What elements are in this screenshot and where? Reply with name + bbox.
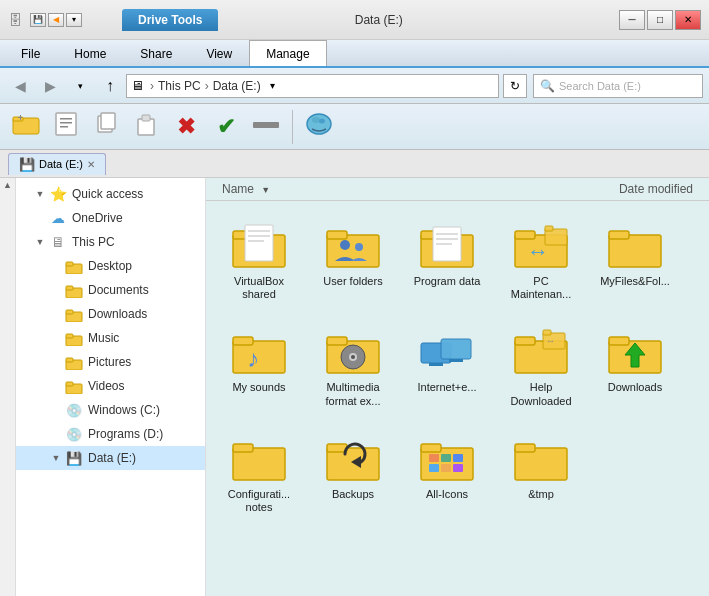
folder-item-downloads[interactable]: Downloads bbox=[590, 315, 680, 417]
quick-dropdown-btn[interactable]: ▾ bbox=[66, 13, 82, 27]
tmp-icon-wrap bbox=[511, 432, 571, 484]
delete-button[interactable]: ✖ bbox=[168, 108, 204, 146]
svg-rect-48 bbox=[545, 226, 553, 231]
tab-view[interactable]: View bbox=[189, 40, 249, 66]
quick-undo-btn[interactable]: ◀ bbox=[48, 13, 64, 27]
path-datae: Data (E:) bbox=[213, 79, 261, 93]
users-icon-wrap bbox=[323, 219, 383, 271]
sidebar-item-quick-access[interactable]: ▼ ⭐ Quick access bbox=[16, 182, 205, 206]
svg-rect-84 bbox=[515, 448, 567, 480]
sounds-folder-icon: ♪ bbox=[231, 327, 287, 375]
folder-item-tmp[interactable]: &tmp bbox=[496, 422, 586, 524]
properties-icon bbox=[53, 111, 79, 142]
pcmaint-label: PC Maintenan... bbox=[502, 275, 580, 301]
file-tab-datae[interactable]: 💾 Data (E:) ✕ bbox=[8, 153, 106, 175]
rename-button[interactable] bbox=[248, 108, 284, 146]
documents-label: Documents bbox=[88, 283, 149, 297]
sidebar-item-onedrive[interactable]: ☁ OneDrive bbox=[16, 206, 205, 230]
address-dropdown-btn[interactable]: ▾ bbox=[263, 75, 283, 97]
up-button[interactable]: ↑ bbox=[96, 72, 124, 100]
folder-item-virtualbox[interactable]: VirtualBox shared bbox=[214, 209, 304, 311]
tab-share[interactable]: Share bbox=[123, 40, 189, 66]
address-toolbar: ◀ ▶ ▾ ↑ 🖥 › This PC › Data (E:) ▾ ↻ 🔍 Se… bbox=[0, 68, 709, 104]
check-icon: ✔ bbox=[217, 114, 235, 140]
quick-access-label: Quick access bbox=[72, 187, 143, 201]
folder-item-helpdown[interactable]: ↔ Help Downloaded bbox=[496, 315, 586, 417]
paste-button[interactable] bbox=[128, 108, 164, 146]
downloads-icon-wrap bbox=[605, 325, 665, 377]
nav-downloads-arrow bbox=[48, 309, 64, 319]
properties-button[interactable] bbox=[48, 108, 84, 146]
svg-rect-25 bbox=[66, 358, 73, 362]
folder-item-config[interactable]: Configurati... notes bbox=[214, 422, 304, 524]
restore-button[interactable]: □ bbox=[647, 10, 673, 30]
nav-pane: ▼ ⭐ Quick access ☁ OneDrive ▼ 🖥 This PC bbox=[16, 178, 206, 596]
allicons-folder-icon bbox=[419, 434, 475, 482]
folder-item-allicons[interactable]: All-Icons bbox=[402, 422, 492, 524]
folder-item-backups[interactable]: Backups bbox=[308, 422, 398, 524]
folder-item-sounds[interactable]: ♪ My sounds bbox=[214, 315, 304, 417]
pcmaint-icon-wrap: ↔ bbox=[511, 219, 571, 271]
back-button[interactable]: ◀ bbox=[6, 72, 34, 100]
tab-close-button[interactable]: ✕ bbox=[87, 159, 95, 170]
sidebar-item-music[interactable]: Music bbox=[16, 326, 205, 350]
sidebar-item-windows-c[interactable]: 💿 Windows (C:) bbox=[16, 398, 205, 422]
sidebar-item-downloads[interactable]: Downloads bbox=[16, 302, 205, 326]
minimize-button[interactable]: ─ bbox=[619, 10, 645, 30]
sidebar-item-pictures[interactable]: Pictures bbox=[16, 350, 205, 374]
folder-item-multimedia[interactable]: Multimedia format ex... bbox=[308, 315, 398, 417]
search-box[interactable]: 🔍 Search Data (E:) bbox=[533, 74, 703, 98]
svg-rect-60 bbox=[429, 363, 443, 366]
sidebar-item-documents[interactable]: Documents bbox=[16, 278, 205, 302]
music-label: Music bbox=[88, 331, 119, 345]
folder-item-myfiles[interactable]: MyFiles&Fol... bbox=[590, 209, 680, 311]
tab-home[interactable]: Home bbox=[57, 40, 123, 66]
tab-file[interactable]: File bbox=[4, 40, 57, 66]
svg-rect-80 bbox=[453, 454, 463, 462]
sidebar-item-this-pc[interactable]: ▼ 🖥 This PC bbox=[16, 230, 205, 254]
sidebar-item-data-e[interactable]: ▼ 💾 Data (E:) bbox=[16, 446, 205, 470]
videos-icon bbox=[64, 377, 84, 395]
folder-item-users[interactable]: User folders bbox=[308, 209, 398, 311]
svg-rect-52 bbox=[233, 337, 253, 345]
folder-item-internet[interactable]: Internet+e... bbox=[402, 315, 492, 417]
col-date-header[interactable]: Date modified bbox=[533, 182, 693, 196]
users-label: User folders bbox=[323, 275, 382, 288]
folder-item-pcmaint[interactable]: ↔ PC Maintenan... bbox=[496, 209, 586, 311]
allicons-label: All-Icons bbox=[426, 488, 468, 501]
svg-rect-27 bbox=[66, 382, 73, 386]
copy-path-button[interactable] bbox=[88, 108, 124, 146]
delete-icon: ✖ bbox=[177, 114, 195, 140]
videos-label: Videos bbox=[88, 379, 124, 393]
search-placeholder: Search Data (E:) bbox=[559, 80, 641, 92]
close-button[interactable]: ✕ bbox=[675, 10, 701, 30]
svg-rect-9 bbox=[101, 113, 115, 129]
program-label: Program data bbox=[414, 275, 481, 288]
sidebar-item-videos[interactable]: Videos bbox=[16, 374, 205, 398]
address-bar[interactable]: 🖥 › This PC › Data (E:) ▾ bbox=[126, 74, 499, 98]
folder-grid: VirtualBox shared User folders bbox=[206, 201, 709, 532]
datae-arrow: ▼ bbox=[48, 453, 64, 463]
refresh-button[interactable]: ↻ bbox=[503, 74, 527, 98]
internet-icon-wrap bbox=[417, 325, 477, 377]
scroll-up-arrow[interactable]: ▲ bbox=[3, 180, 12, 190]
check-button[interactable]: ✔ bbox=[208, 108, 244, 146]
shell-button[interactable] bbox=[301, 108, 337, 146]
svg-rect-71 bbox=[233, 448, 285, 480]
virtualbox-folder-icon bbox=[231, 221, 287, 269]
tab-manage[interactable]: Manage bbox=[249, 40, 326, 66]
nav-scroll-bar[interactable]: ▲ bbox=[0, 178, 16, 596]
svg-point-15 bbox=[319, 119, 325, 124]
pcmaint-folder-icon: ↔ bbox=[513, 221, 569, 269]
new-folder-button[interactable] bbox=[8, 108, 44, 146]
forward-button[interactable]: ▶ bbox=[36, 72, 64, 100]
downloads-label: Downloads bbox=[608, 381, 662, 394]
sidebar-item-desktop[interactable]: Desktop bbox=[16, 254, 205, 278]
quick-save-btn[interactable]: 💾 bbox=[30, 13, 46, 27]
sidebar-item-programs-d[interactable]: 💿 Programs (D:) bbox=[16, 422, 205, 446]
dropdown-history-button[interactable]: ▾ bbox=[66, 72, 94, 100]
folder-item-program[interactable]: Program data bbox=[402, 209, 492, 311]
window-title: Data (E:) bbox=[138, 13, 619, 27]
col-name-header[interactable]: Name ▼ bbox=[222, 182, 533, 196]
svg-rect-17 bbox=[66, 262, 73, 266]
